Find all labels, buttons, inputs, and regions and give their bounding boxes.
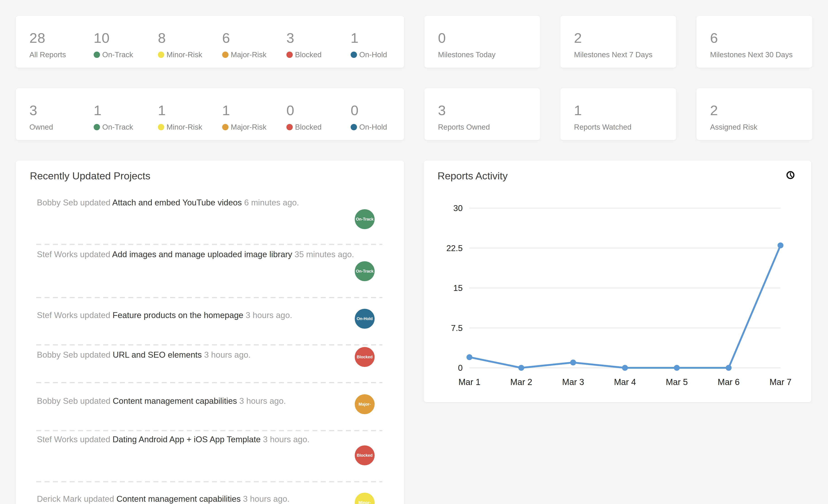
project-link[interactable]: Content management capabilities (113, 396, 237, 406)
svg-text:Mar 4: Mar 4 (614, 377, 636, 387)
milestones-next-30-days-card[interactable]: 6 Milestones Next 30 Days (697, 16, 812, 68)
stat-major-risk: 6 Major-Risk (222, 30, 286, 68)
owned-summary-card[interactable]: 3 Owned 1 On-Track 1 Minor-Risk 1 Major-… (16, 88, 404, 140)
stat-minor-risk: 1 Minor-Risk (158, 103, 222, 140)
action-word: updated (80, 198, 111, 207)
timestamp: 6 minutes ago. (244, 198, 299, 207)
user-name: Bobby Seb (37, 396, 78, 406)
activity-item[interactable]: Bobby Seb updated Content management cap… (37, 396, 354, 406)
timestamp: 3 hours ago. (246, 310, 292, 320)
project-link[interactable]: Add images and manage uploaded image lib… (112, 250, 292, 259)
stat-value: 2 (574, 30, 676, 46)
action-word: updated (84, 494, 114, 504)
svg-text:Mar 6: Mar 6 (717, 377, 740, 387)
stat-label: On-Hold (359, 50, 387, 59)
milestones-next-7-days-card[interactable]: 2 Milestones Next 7 Days (561, 16, 676, 68)
stat-all-reports: 28 All Reports (30, 30, 94, 68)
svg-text:15: 15 (453, 284, 463, 293)
stat-value: 0 (350, 103, 415, 118)
svg-text:Mar 2: Mar 2 (510, 377, 532, 387)
status-badge: Blocked (355, 347, 375, 367)
major-risk-status-dot (222, 124, 229, 130)
activity-item[interactable]: Bobby Seb updated URL and SEO elements 3… (37, 350, 354, 360)
minor-risk-status-dot (158, 52, 164, 58)
svg-text:30: 30 (453, 204, 463, 213)
status-badge: Major- (355, 394, 375, 414)
assigned-risk-card[interactable]: 2 Assigned Risk (697, 88, 812, 140)
on-track-status-dot (94, 124, 100, 130)
stat-label: On-Track (102, 123, 133, 132)
user-name: Bobby Seb (37, 198, 78, 207)
stat-value: 6 (710, 30, 812, 46)
stat-value: 1 (158, 103, 222, 118)
user-name: Bobby Seb (37, 350, 78, 360)
status-badge: On-Track (355, 261, 375, 281)
timestamp: 3 hours ago. (239, 396, 286, 406)
user-name: Stef Works (37, 310, 78, 320)
project-link[interactable]: Dating Android App + iOS App Template (113, 435, 261, 444)
activity-item[interactable]: Stef Works updated Dating Android App + … (37, 434, 354, 445)
stat-label: Blocked (295, 123, 322, 132)
summary-row-all: 28 All Reports 10 On-Track 8 Minor-Risk … (16, 16, 812, 68)
on-track-status-dot (94, 52, 100, 58)
major-risk-status-dot (222, 52, 229, 58)
activity-item[interactable]: Stef Works updated Feature products on t… (37, 310, 354, 321)
activity-item[interactable]: Stef Works updated Add images and manage… (37, 249, 354, 260)
reports-owned-card[interactable]: 3 Reports Owned (424, 88, 540, 140)
blocked-status-dot (286, 52, 293, 58)
stat-label: On-Hold (359, 123, 387, 132)
action-word: updated (80, 310, 111, 320)
all-reports-summary-card[interactable]: 28 All Reports 10 On-Track 8 Minor-Risk … (16, 16, 404, 68)
action-word: updated (80, 435, 111, 444)
activity-item[interactable]: Derick Mark updated Content management c… (37, 494, 354, 504)
stat-value: 1 (574, 103, 676, 118)
minor-risk-status-dot (158, 124, 164, 130)
svg-text:22.5: 22.5 (446, 244, 463, 253)
action-word: updated (80, 396, 111, 406)
user-name: Stef Works (37, 250, 78, 259)
project-link[interactable]: Feature products on the homepage (113, 310, 243, 320)
svg-text:Mar 3: Mar 3 (562, 377, 584, 387)
action-word: updated (80, 350, 111, 360)
activity-item[interactable]: Bobby Seb updated Attach and embed YouTu… (37, 198, 354, 208)
svg-text:Mar 1: Mar 1 (458, 377, 480, 387)
project-link[interactable]: Attach and embed YouTube videos (112, 198, 242, 207)
stat-label: Minor-Risk (166, 123, 202, 132)
divider (36, 344, 382, 345)
stat-label: On-Track (102, 50, 133, 59)
project-link[interactable]: URL and SEO elements (113, 350, 202, 360)
divider (36, 297, 382, 298)
blocked-status-dot (286, 124, 293, 130)
stat-value: 10 (94, 30, 158, 46)
stat-blocked: 3 Blocked (286, 30, 350, 68)
clock-icon-glyph (786, 171, 795, 180)
status-badge: On-Track (355, 209, 375, 229)
divider (36, 430, 382, 431)
clock-icon[interactable] (786, 171, 795, 180)
user-name: Stef Works (37, 435, 78, 444)
recently-updated-projects-card: Recently Updated Projects Bobby Seb upda… (16, 161, 404, 504)
status-badge: Blocked (355, 446, 375, 465)
stat-value: 8 (158, 30, 222, 46)
action-word: updated (80, 250, 111, 259)
recently-updated-projects-title: Recently Updated Projects (30, 170, 151, 182)
stat-blocked: 0 Blocked (286, 103, 350, 140)
reports-watched-card[interactable]: 1 Reports Watched (561, 88, 676, 140)
on-hold-status-dot (350, 124, 357, 130)
stat-value: 6 (222, 30, 286, 46)
stat-label: Blocked (295, 50, 322, 59)
svg-text:Mar 5: Mar 5 (666, 377, 688, 387)
stat-label: Assigned Risk (710, 123, 757, 132)
reports-activity-title: Reports Activity (438, 170, 508, 182)
stat-label: Major-Risk (231, 50, 266, 59)
stat-label: All Reports (30, 50, 66, 59)
project-link[interactable]: Content management capabilities (117, 494, 241, 504)
stat-label: Reports Watched (574, 123, 631, 132)
timestamp: 3 hours ago. (204, 350, 251, 360)
timestamp: 3 hours ago. (243, 494, 290, 504)
stat-value: 0 (438, 30, 540, 46)
milestones-today-card[interactable]: 0 Milestones Today (424, 16, 540, 68)
status-badge: On-Hold (355, 309, 375, 329)
stat-label: Milestones Next 30 Days (710, 50, 793, 59)
divider (36, 244, 382, 245)
